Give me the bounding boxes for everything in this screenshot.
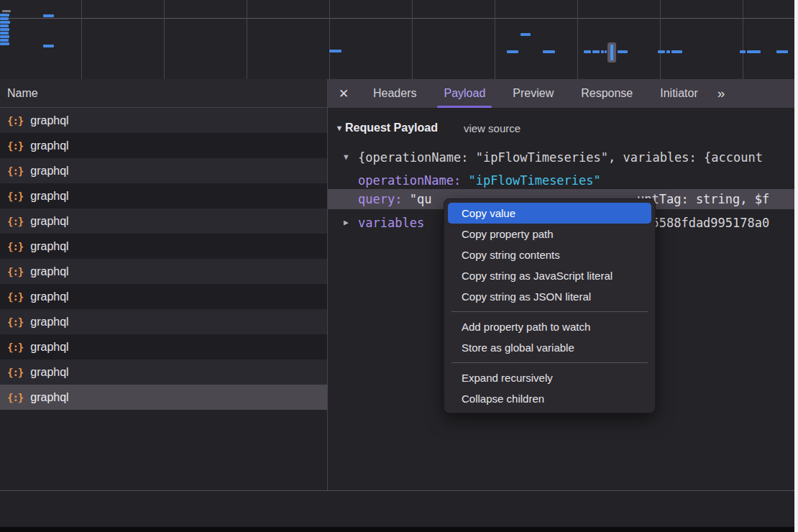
property: operationName: "ipFlowTimeseries" — [358, 170, 601, 191]
tab-payload[interactable]: Payload — [430, 79, 499, 108]
request-name-label: graphql — [30, 215, 68, 228]
overview-gridline — [247, 0, 247, 79]
menu-item-copy-value[interactable]: Copy value — [448, 203, 651, 224]
network-activity-bar — [0, 17, 9, 20]
network-activity-bar — [43, 14, 54, 17]
request-row[interactable]: {:}graphql — [0, 133, 327, 158]
request-name-label: graphql — [30, 366, 68, 379]
overview-gridline — [412, 0, 413, 79]
request-row[interactable]: {:}graphql — [0, 108, 327, 133]
object-preview: {operationName: "ipFlowTimeseries", vari… — [358, 147, 763, 168]
property-key: query: — [358, 192, 402, 206]
network-activity-bar — [605, 50, 607, 53]
request-payload-header: ▼ Request Payload view source — [334, 119, 520, 137]
json-braces-icon: {:} — [7, 392, 23, 403]
overview-gridline — [577, 0, 578, 79]
devtools-network-panel: Name {:}graphql{:}graphql{:}graphql{:}gr… — [0, 0, 798, 532]
menu-divider — [451, 362, 648, 363]
json-braces-icon: {:} — [7, 266, 23, 278]
property: query: "qu — [358, 189, 431, 209]
menu-item-expand-recursively[interactable]: Expand recursively — [444, 367, 655, 388]
collapse-triangle-icon[interactable]: ▼ — [334, 124, 345, 132]
network-activity-bar — [520, 33, 531, 36]
request-name-label: graphql — [30, 190, 68, 203]
network-overview[interactable] — [0, 0, 794, 80]
request-name-label: graphql — [30, 240, 68, 253]
menu-item-add-property-path-to-watch[interactable]: Add property path to watch — [444, 316, 655, 337]
menu-item-copy-string-as-javascript-literal[interactable]: Copy string as JavaScript literal — [444, 265, 655, 286]
request-row[interactable]: {:}graphql — [0, 208, 327, 234]
property-value-right: untTag: string, $f — [637, 189, 769, 209]
network-activity-bar — [0, 21, 10, 24]
network-activity-bar — [0, 28, 9, 31]
more-tabs-chevron-icon[interactable]: » — [717, 86, 723, 101]
overview-gridline — [743, 0, 743, 79]
json-braces-icon: {:} — [7, 191, 23, 202]
request-row[interactable]: {:}graphql — [0, 284, 327, 309]
payload-root-row[interactable]: ▼ {operationName: "ipFlowTimeseries", va… — [328, 147, 794, 168]
property-value: "ipFlowTimeseries" — [469, 173, 601, 188]
menu-item-collapse-children[interactable]: Collapse children — [444, 388, 655, 409]
section-title: Request Payload — [345, 121, 438, 134]
details-tab-bar: ✕ HeadersPayloadPreviewResponseInitiator… — [328, 79, 794, 108]
network-activity-bar — [0, 24, 9, 27]
request-row[interactable]: {:}graphql — [0, 385, 327, 410]
tab-strip: HeadersPayloadPreviewResponseInitiator — [359, 79, 712, 108]
tab-response[interactable]: Response — [567, 79, 646, 108]
tab-initiator[interactable]: Initiator — [646, 79, 711, 108]
tab-preview[interactable]: Preview — [499, 79, 567, 108]
network-activity-bar — [43, 45, 54, 47]
request-row[interactable]: {:}graphql — [0, 334, 327, 359]
json-braces-icon: {:} — [7, 316, 23, 328]
network-activity-bar — [0, 35, 9, 38]
screenshot-right-edge — [794, 0, 798, 532]
property-value-left: "qu — [410, 192, 432, 206]
menu-item-copy-string-contents[interactable]: Copy string contents — [444, 244, 655, 265]
request-row[interactable]: {:}graphql — [0, 183, 327, 208]
network-activity-bar — [601, 50, 604, 53]
overview-baseline — [0, 18, 794, 19]
request-list-pane: Name {:}graphql{:}graphql{:}graphql{:}gr… — [0, 79, 327, 490]
json-braces-icon: {:} — [7, 291, 23, 303]
close-icon[interactable]: ✕ — [328, 86, 359, 101]
json-braces-icon: {:} — [7, 140, 23, 152]
network-activity-bar — [507, 50, 518, 53]
overview-gridline — [81, 0, 82, 79]
network-activity-bar — [329, 50, 341, 52]
network-activity-bar — [543, 50, 555, 53]
network-activity-bar — [740, 50, 746, 53]
json-braces-icon: {:} — [7, 367, 23, 378]
view-source-link[interactable]: view source — [464, 122, 520, 134]
request-row[interactable]: {:}graphql — [0, 359, 327, 385]
menu-item-copy-property-path[interactable]: Copy property path — [444, 224, 655, 244]
network-activity-bar — [658, 50, 665, 53]
payload-operation-row[interactable]: operationName: "ipFlowTimeseries" — [328, 170, 794, 191]
request-row[interactable]: {:}graphql — [0, 234, 327, 259]
menu-item-store-as-global-variable[interactable]: Store as global variable — [444, 337, 655, 358]
json-braces-icon: {:} — [7, 241, 23, 252]
network-activity-bar — [747, 50, 761, 53]
network-activity-bar — [0, 14, 9, 17]
network-activity-bar — [0, 32, 9, 35]
menu-item-copy-string-as-json-literal[interactable]: Copy string as JSON literal — [444, 286, 655, 307]
overview-hover-marker — [607, 42, 616, 63]
overview-gridline — [660, 0, 661, 79]
request-row[interactable]: {:}graphql — [0, 158, 327, 183]
request-name-label: graphql — [30, 341, 68, 354]
overview-gridline — [164, 0, 165, 79]
expander-closed-icon[interactable]: ▶ — [344, 213, 349, 233]
context-menu: Copy valueCopy property pathCopy string … — [444, 198, 656, 413]
name-column-header[interactable]: Name — [0, 79, 327, 108]
overview-gridline — [495, 0, 495, 79]
request-name-label: graphql — [30, 391, 68, 404]
property-key: operationName: — [358, 173, 461, 188]
request-name-label: graphql — [30, 290, 68, 303]
request-name-label: graphql — [30, 316, 68, 329]
tab-headers[interactable]: Headers — [359, 79, 430, 108]
request-row[interactable]: {:}graphql — [0, 309, 327, 334]
json-braces-icon: {:} — [7, 165, 23, 177]
request-row[interactable]: {:}graphql — [0, 259, 327, 284]
request-name-label: graphql — [30, 139, 68, 152]
expander-open-icon[interactable]: ▼ — [344, 147, 349, 168]
request-name-label: graphql — [30, 114, 68, 127]
